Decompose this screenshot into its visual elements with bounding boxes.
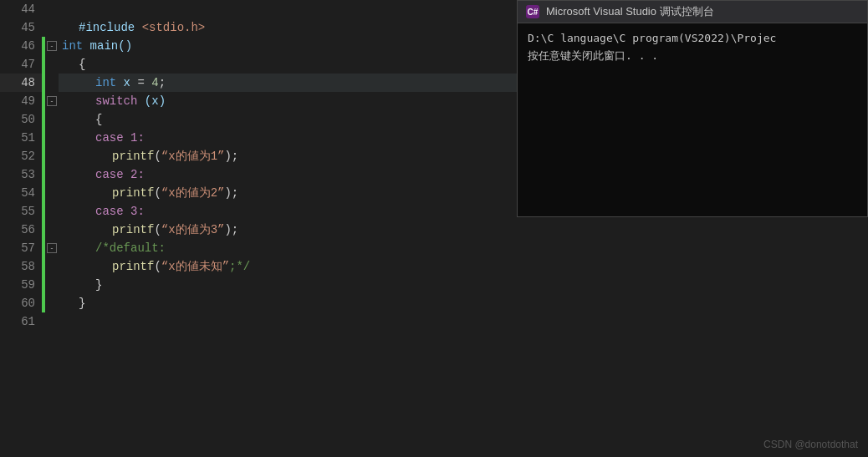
token-punc: { <box>95 113 102 126</box>
code-line-content <box>59 312 868 331</box>
token-punc: ); <box>224 223 238 236</box>
token-plain: (x) <box>137 94 166 108</box>
line-number: 49 <box>0 92 42 110</box>
collapse-gutter <box>45 276 59 294</box>
token-str: “x的値为1” <box>161 150 225 163</box>
line-number: 48 <box>0 74 42 92</box>
token-punc: } <box>95 278 102 292</box>
debug-output-line2: 按任意键关闭此窗口. . . <box>528 48 857 65</box>
line-gutter <box>42 276 45 294</box>
line-number: 51 <box>0 129 42 147</box>
token-punc: ; <box>159 76 166 89</box>
token-punc: ( <box>154 186 161 200</box>
line-gutter <box>42 74 45 92</box>
code-line-content: /*default: <box>59 239 868 257</box>
collapse-gutter: - <box>45 92 59 110</box>
line-gutter <box>42 184 45 202</box>
token-str: “x的値为2” <box>161 186 225 200</box>
editor-area: 4445#include <stdio.h>46-int main()47{48… <box>0 0 868 457</box>
table-row: 59} <box>0 276 868 294</box>
collapse-gutter <box>45 74 59 92</box>
collapse-gutter <box>45 202 59 221</box>
line-number: 58 <box>0 257 42 276</box>
table-row: 57-/*default: <box>0 239 868 257</box>
collapse-gutter <box>45 18 59 37</box>
line-gutter <box>42 0 45 18</box>
code-line-content: printf(“x的値为3”); <box>59 221 868 239</box>
collapse-gutter <box>45 184 59 202</box>
token-punc: ( <box>154 260 161 273</box>
collapse-gutter: - <box>45 239 59 257</box>
line-gutter <box>42 257 45 276</box>
line-number: 59 <box>0 276 42 294</box>
collapse-gutter <box>45 129 59 147</box>
token-punc: ); <box>224 186 238 200</box>
table-row: 61 <box>0 312 868 331</box>
line-gutter <box>42 202 45 221</box>
collapse-button[interactable]: - <box>47 96 57 106</box>
collapse-gutter <box>45 55 59 74</box>
token-fn: printf <box>112 150 154 163</box>
collapse-gutter <box>45 147 59 165</box>
table-row: 58printf(“x的値未知”;*/ <box>0 257 868 276</box>
line-number: 47 <box>0 55 42 74</box>
token-num: 4 <box>151 76 158 89</box>
line-number: 55 <box>0 202 42 221</box>
collapse-gutter <box>45 165 59 184</box>
token-kw2: case 3: <box>95 205 145 218</box>
collapse-button[interactable]: - <box>47 41 57 51</box>
line-gutter <box>42 18 45 37</box>
watermark: CSDN @donotdothat <box>763 439 858 450</box>
token-plain: main() <box>83 39 132 53</box>
code-line-content: } <box>59 294 868 312</box>
line-number: 50 <box>0 110 42 129</box>
table-row: 56printf(“x的値为3”); <box>0 221 868 239</box>
token-kw: int <box>95 76 116 89</box>
collapse-gutter <box>45 0 59 18</box>
token-kw2: case 1: <box>95 131 145 145</box>
token-str: “x的値为3” <box>161 223 225 236</box>
vs-icon: C# <box>526 5 539 18</box>
collapse-gutter: - <box>45 37 59 55</box>
line-gutter <box>42 294 45 312</box>
line-gutter <box>42 147 45 165</box>
collapse-gutter <box>45 294 59 312</box>
collapse-gutter <box>45 312 59 331</box>
token-fn: printf <box>112 260 154 273</box>
token-punc: ); <box>224 150 238 163</box>
token-punc: { <box>79 58 85 71</box>
line-number: 52 <box>0 147 42 165</box>
line-gutter <box>42 37 45 55</box>
line-gutter <box>42 312 45 331</box>
line-gutter <box>42 110 45 129</box>
token-plain: #include <box>79 21 142 34</box>
line-number: 61 <box>0 312 42 331</box>
token-fn: printf <box>112 186 154 200</box>
token-str: <stdio.h> <box>142 21 206 34</box>
token-op: = <box>137 76 144 89</box>
token-kw2: switch <box>95 94 137 108</box>
code-line-content: printf(“x的値未知”;*/ <box>59 257 868 276</box>
table-row: 60} <box>0 294 868 312</box>
line-gutter <box>42 165 45 184</box>
line-number: 54 <box>0 184 42 202</box>
line-gutter <box>42 55 45 74</box>
debug-output-line1: D:\C language\C program(VS2022)\Projec <box>528 30 857 48</box>
token-punc: ( <box>154 150 161 163</box>
debug-console: C# Microsoft Visual Studio 调试控制台 D:\C la… <box>517 0 868 217</box>
debug-console-body: D:\C language\C program(VS2022)\Projec 按… <box>518 23 867 216</box>
line-gutter <box>42 129 45 147</box>
token-fn: printf <box>112 223 154 236</box>
collapse-button[interactable]: - <box>47 243 57 253</box>
token-punc: ( <box>154 223 161 236</box>
line-number: 46 <box>0 37 42 55</box>
token-kw: int <box>62 39 83 53</box>
token-kw2: case 2: <box>95 168 145 181</box>
collapse-gutter <box>45 221 59 239</box>
debug-console-titlebar: C# Microsoft Visual Studio 调试控制台 <box>518 1 867 23</box>
collapse-gutter <box>45 257 59 276</box>
line-number: 57 <box>0 239 42 257</box>
token-comment: ;*/ <box>229 260 250 273</box>
line-number: 56 <box>0 221 42 239</box>
code-line-content: } <box>59 276 868 294</box>
